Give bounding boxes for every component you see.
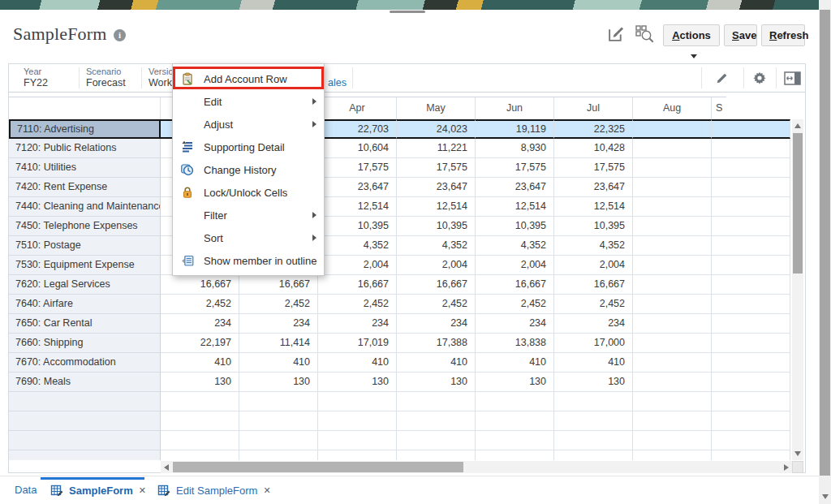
data-cell[interactable] <box>712 411 790 431</box>
menu-item-supporting-detail[interactable]: Supporting Detail <box>173 136 324 158</box>
menu-item-change-history[interactable]: Change History <box>173 158 324 181</box>
data-cell[interactable]: 10,428 <box>554 139 633 158</box>
row-header[interactable]: 7620: Legal Services <box>9 275 161 295</box>
data-cell[interactable]: 234 <box>476 314 554 334</box>
column-header-jun[interactable]: Jun <box>476 97 554 120</box>
data-cell[interactable]: 234 <box>318 314 397 334</box>
data-cell[interactable]: 17,000 <box>554 334 633 353</box>
data-cell[interactable] <box>633 450 712 460</box>
info-icon[interactable]: i <box>114 29 126 41</box>
data-cell[interactable]: 22,325 <box>554 119 633 139</box>
column-header-jul[interactable]: Jul <box>554 97 633 120</box>
data-cell[interactable]: 11,414 <box>239 334 318 353</box>
data-cell[interactable]: 130 <box>318 373 397 392</box>
data-cell[interactable] <box>712 392 790 411</box>
data-cell[interactable]: 10,395 <box>476 217 554 236</box>
data-cell[interactable]: 410 <box>554 353 633 373</box>
data-cell[interactable] <box>476 450 554 460</box>
column-header-may[interactable]: May <box>397 97 476 120</box>
data-cell[interactable] <box>633 295 712 314</box>
close-icon[interactable]: ✕ <box>263 485 270 496</box>
menu-item-show-member-in-outline[interactable]: Show member in outline <box>173 249 324 272</box>
page-scrollbar[interactable] <box>819 0 831 504</box>
data-cell[interactable] <box>633 158 712 178</box>
data-cell[interactable]: 2,452 <box>554 295 633 314</box>
data-cell[interactable]: 23,647 <box>554 178 633 197</box>
data-cell[interactable]: 130 <box>239 373 318 392</box>
data-cell[interactable]: 16,667 <box>397 275 476 295</box>
data-cell[interactable] <box>318 450 397 460</box>
member-selector-search-icon[interactable] <box>635 24 656 46</box>
data-cell[interactable] <box>554 392 633 411</box>
data-cell[interactable]: 2,452 <box>397 295 476 314</box>
data-cell[interactable] <box>712 256 790 275</box>
data-cell[interactable]: 16,667 <box>161 275 239 295</box>
data-cell[interactable] <box>633 275 712 295</box>
scroll-up-arrow-icon[interactable] <box>794 123 801 128</box>
menu-item-adjust[interactable]: Adjust <box>173 113 324 136</box>
menu-item-edit[interactable]: Edit <box>173 90 324 113</box>
data-cell[interactable]: 16,667 <box>318 275 397 295</box>
data-cell[interactable]: 22,197 <box>161 334 239 353</box>
data-cell[interactable]: 410 <box>161 353 239 373</box>
data-cell[interactable]: 2,452 <box>239 295 318 314</box>
vertical-scrollbar-thumb[interactable] <box>793 133 803 274</box>
data-cell[interactable]: 4,352 <box>397 236 476 256</box>
data-cell[interactable] <box>712 450 790 460</box>
data-cell[interactable] <box>476 411 554 431</box>
data-cell[interactable]: 12,514 <box>318 197 397 217</box>
data-cell[interactable]: 4,352 <box>554 236 633 256</box>
data-cell[interactable]: 16,667 <box>554 275 633 295</box>
row-header[interactable]: 7410: Utilities <box>9 158 161 178</box>
data-cell[interactable] <box>712 334 790 353</box>
edit-form-icon[interactable] <box>607 24 626 46</box>
data-cell[interactable] <box>712 158 790 178</box>
horizontal-scrollbar-thumb[interactable] <box>173 462 463 472</box>
data-cell[interactable] <box>633 119 712 139</box>
data-cell[interactable]: 23,647 <box>397 178 476 197</box>
data-cell[interactable] <box>712 295 790 314</box>
data-cell[interactable]: 11,221 <box>397 139 476 158</box>
data-cell[interactable]: 23,647 <box>476 178 554 197</box>
data-cell[interactable] <box>633 373 712 392</box>
tab-edit-sampleform[interactable]: Edit SampleForm✕ <box>157 484 271 497</box>
data-cell[interactable] <box>712 119 790 139</box>
row-header[interactable]: 7420: Rent Expense <box>9 178 161 197</box>
data-cell[interactable] <box>712 431 790 450</box>
row-header[interactable] <box>9 450 161 460</box>
row-header[interactable] <box>9 431 161 450</box>
data-cell[interactable] <box>712 314 790 334</box>
data-cell[interactable] <box>633 392 712 411</box>
data-cell[interactable]: 17,019 <box>318 334 397 353</box>
data-cell[interactable]: 234 <box>397 314 476 334</box>
column-header-apr[interactable]: Apr <box>318 97 397 120</box>
data-cell[interactable] <box>712 236 790 256</box>
row-header[interactable]: 7510: Postage <box>9 236 161 256</box>
data-cell[interactable]: 410 <box>318 353 397 373</box>
data-cell[interactable]: 17,575 <box>318 158 397 178</box>
data-cell[interactable] <box>712 139 790 158</box>
row-header[interactable]: 7530: Equipment Expense <box>9 256 161 275</box>
data-cell[interactable]: 12,514 <box>554 197 633 217</box>
data-cell[interactable] <box>633 411 712 431</box>
data-cell[interactable]: 16,667 <box>239 275 318 295</box>
data-cell[interactable]: 17,575 <box>397 158 476 178</box>
data-cell[interactable]: 22,703 <box>318 119 397 139</box>
row-header[interactable]: 7640: Airfare <box>9 295 161 314</box>
data-cell[interactable] <box>239 450 318 460</box>
data-cell[interactable]: 2,004 <box>318 256 397 275</box>
row-header[interactable]: 7660: Shipping <box>9 334 161 353</box>
data-cell[interactable] <box>712 373 790 392</box>
row-header[interactable] <box>9 392 161 411</box>
data-cell[interactable] <box>633 236 712 256</box>
data-cell[interactable]: 410 <box>476 353 554 373</box>
gear-icon[interactable] <box>750 68 769 88</box>
data-cell[interactable]: 2,452 <box>318 295 397 314</box>
data-cell[interactable]: 2,452 <box>161 295 239 314</box>
data-cell[interactable]: 10,395 <box>554 217 633 236</box>
data-cell[interactable] <box>633 334 712 353</box>
scroll-right-arrow-icon[interactable] <box>784 464 789 471</box>
data-cell[interactable]: 410 <box>239 353 318 373</box>
data-cell[interactable] <box>712 197 790 217</box>
vertical-scrollbar[interactable] <box>792 119 803 460</box>
